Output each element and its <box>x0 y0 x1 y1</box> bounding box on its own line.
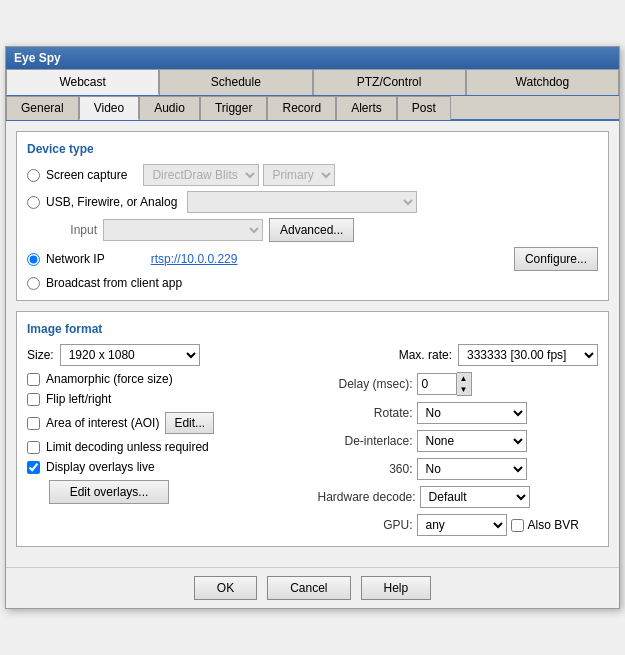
edit-aoi-button[interactable]: Edit... <box>165 412 214 434</box>
top-tab-row: Webcast Schedule PTZ/Control Watchdog <box>6 69 619 96</box>
radio-screen-capture[interactable] <box>27 169 40 182</box>
configure-button[interactable]: Configure... <box>514 247 598 271</box>
radio-broadcast[interactable] <box>27 277 40 290</box>
gpu-label: GPU: <box>318 518 413 532</box>
image-format-title: Image format <box>27 322 598 336</box>
360-label: 360: <box>318 462 413 476</box>
ok-button[interactable]: OK <box>194 576 257 600</box>
radio-usb[interactable] <box>27 196 40 209</box>
screen-capture-label: Screen capture <box>46 168 127 182</box>
screen-capture-row: Screen capture DirectDraw Blits Primary <box>27 164 598 186</box>
device-type-title: Device type <box>27 142 598 156</box>
also-bvr-group: Also BVR <box>511 518 579 532</box>
size-label: Size: <box>27 348 54 362</box>
also-bvr-label: Also BVR <box>528 518 579 532</box>
limit-checkbox[interactable] <box>27 441 40 454</box>
also-bvr-checkbox[interactable] <box>511 519 524 532</box>
network-ip-row: Network IP rtsp://10.0.0.229 Configure..… <box>27 247 598 271</box>
maxrate-select[interactable]: 333333 [30.00 fps] 250000 [25.00 fps] <box>458 344 598 366</box>
monitor-select[interactable]: Primary <box>263 164 335 186</box>
aoi-label: Area of interest (AOI) <box>46 416 159 430</box>
device-type-section: Device type Screen capture DirectDraw Bl… <box>16 131 609 301</box>
tab-record[interactable]: Record <box>267 96 336 120</box>
tab-general[interactable]: General <box>6 96 79 120</box>
usb-dropdown-wrapper <box>187 191 417 213</box>
directdraw-select[interactable]: DirectDraw Blits <box>143 164 259 186</box>
tab-video[interactable]: Video <box>79 96 139 120</box>
flip-label: Flip left/right <box>46 392 111 406</box>
tab-webcast[interactable]: Webcast <box>6 69 159 95</box>
overlays-checkbox[interactable] <box>27 461 40 474</box>
size-select[interactable]: 1920 x 1080 1280 x 720 640 x 480 <box>60 344 200 366</box>
aoi-row: Area of interest (AOI) Edit... <box>27 412 308 434</box>
anamorphic-label: Anamorphic (force size) <box>46 372 173 386</box>
flip-checkbox[interactable] <box>27 393 40 406</box>
input-label: Input <box>47 223 97 237</box>
tab-ptz-control[interactable]: PTZ/Control <box>313 69 466 95</box>
edit-overlays-row: Edit overlays... <box>27 480 308 504</box>
spin-up[interactable]: ▲ <box>457 373 471 384</box>
maxrate-label: Max. rate: <box>382 348 452 362</box>
limit-label: Limit decoding unless required <box>46 440 209 454</box>
radio-network-ip[interactable] <box>27 253 40 266</box>
size-row: Size: 1920 x 1080 1280 x 720 640 x 480 M… <box>27 344 598 366</box>
aoi-checkbox[interactable] <box>27 417 40 430</box>
network-ip-label: Network IP <box>46 252 105 266</box>
main-window: Eye Spy Webcast Schedule PTZ/Control Wat… <box>5 46 620 609</box>
gpu-row: GPU: any Also BVR <box>318 514 599 536</box>
gpu-select[interactable]: any <box>417 514 507 536</box>
right-col: Delay (msec): ▲ ▼ Rotate: <box>318 372 599 536</box>
main-content: Device type Screen capture DirectDraw Bl… <box>6 121 619 567</box>
deinterlace-label: De-interlace: <box>318 434 413 448</box>
rotate-select[interactable]: No90°180°270° <box>417 402 527 424</box>
sub-tab-row: General Video Audio Trigger Record Alert… <box>6 96 619 121</box>
input-row: Input Advanced... <box>47 218 598 242</box>
deinterlace-select[interactable]: NoneBobWeave <box>417 430 527 452</box>
delay-spin: ▲ ▼ <box>417 372 472 396</box>
spin-buttons: ▲ ▼ <box>457 372 472 396</box>
overlays-label: Display overlays live <box>46 460 155 474</box>
edit-overlays-button[interactable]: Edit overlays... <box>49 480 169 504</box>
broadcast-row: Broadcast from client app <box>27 276 598 290</box>
network-ip-url[interactable]: rtsp://10.0.0.229 <box>151 252 238 266</box>
tab-audio[interactable]: Audio <box>139 96 200 120</box>
two-col-layout: Anamorphic (force size) Flip left/right … <box>27 372 598 536</box>
help-button[interactable]: Help <box>361 576 432 600</box>
deinterlace-row: De-interlace: NoneBobWeave <box>318 430 599 452</box>
hw-decode-select[interactable]: DefaultOffOn <box>420 486 530 508</box>
360-select[interactable]: NoYes <box>417 458 527 480</box>
left-col: Anamorphic (force size) Flip left/right … <box>27 372 308 536</box>
title-bar: Eye Spy <box>6 47 619 69</box>
rotate-row: Rotate: No90°180°270° <box>318 402 599 424</box>
usb-row: USB, Firewire, or Analog <box>27 191 598 213</box>
tab-post[interactable]: Post <box>397 96 451 120</box>
advanced-button[interactable]: Advanced... <box>269 218 354 242</box>
footer: OK Cancel Help <box>6 567 619 608</box>
usb-label: USB, Firewire, or Analog <box>46 195 177 209</box>
delay-label: Delay (msec): <box>318 377 413 391</box>
spin-down[interactable]: ▼ <box>457 384 471 395</box>
delay-row: Delay (msec): ▲ ▼ <box>318 372 599 396</box>
tab-watchdog[interactable]: Watchdog <box>466 69 619 95</box>
anamorphic-checkbox[interactable] <box>27 373 40 386</box>
hw-decode-label: Hardware decode: <box>318 490 416 504</box>
flip-row: Flip left/right <box>27 392 308 406</box>
broadcast-label: Broadcast from client app <box>46 276 182 290</box>
360-row: 360: NoYes <box>318 458 599 480</box>
cancel-button[interactable]: Cancel <box>267 576 350 600</box>
screen-capture-dropdowns: DirectDraw Blits Primary <box>143 164 335 186</box>
overlays-row: Display overlays live <box>27 460 308 474</box>
hw-decode-row: Hardware decode: DefaultOffOn <box>318 486 599 508</box>
rotate-label: Rotate: <box>318 406 413 420</box>
tab-alerts[interactable]: Alerts <box>336 96 397 120</box>
limit-row: Limit decoding unless required <box>27 440 308 454</box>
delay-input[interactable] <box>417 373 457 395</box>
image-format-section: Image format Size: 1920 x 1080 1280 x 72… <box>16 311 609 547</box>
window-title: Eye Spy <box>14 51 61 65</box>
usb-select[interactable] <box>187 191 417 213</box>
input-select[interactable] <box>103 219 263 241</box>
tab-schedule[interactable]: Schedule <box>159 69 312 95</box>
anamorphic-row: Anamorphic (force size) <box>27 372 308 386</box>
tab-trigger[interactable]: Trigger <box>200 96 268 120</box>
